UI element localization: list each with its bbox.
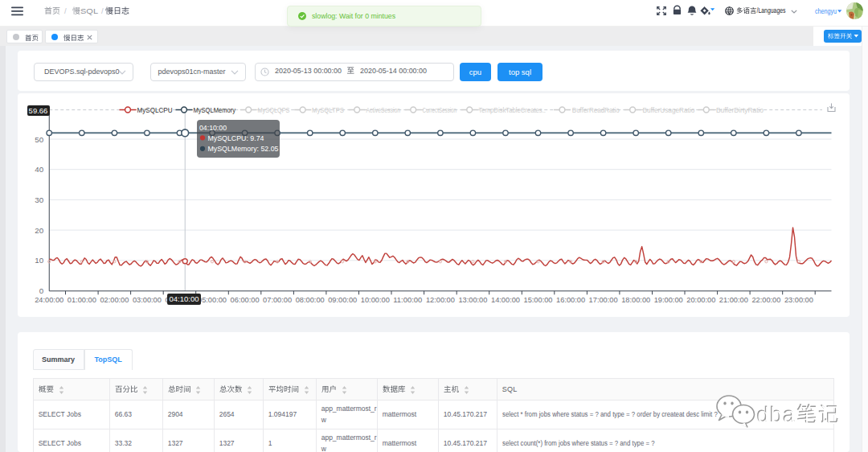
svg-text:MySQLCPU: MySQLCPU — [137, 106, 172, 114]
svg-text:18:00:00: 18:00:00 — [621, 295, 651, 304]
svg-text:12:00:00: 12:00:00 — [425, 295, 455, 304]
svg-text:04:10:00: 04:10:00 — [199, 124, 227, 132]
svg-text:03:00:00: 03:00:00 — [132, 295, 162, 304]
svg-text:10: 10 — [35, 256, 43, 265]
svg-text:40: 40 — [35, 165, 43, 174]
svg-text:MySQLCPU: 9.74: MySQLCPU: 9.74 — [208, 134, 264, 142]
svg-text:TempDiskTableCreates..: TempDiskTableCreates.. — [478, 106, 546, 114]
svg-text:MySQLMemory: MySQLMemory — [193, 106, 235, 114]
svg-text:06:00:00: 06:00:00 — [230, 295, 260, 304]
svg-text:09:00:00: 09:00:00 — [328, 295, 358, 304]
svg-text:/: / — [101, 6, 104, 15]
svg-text:BufferUsageRatio: BufferUsageRatio — [642, 106, 694, 114]
svg-text:slowlog: Wait for 0 mintues: slowlog: Wait for 0 mintues — [312, 11, 395, 20]
svg-text:22:00:00: 22:00:00 — [751, 295, 781, 304]
svg-text:24:00:00: 24:00:00 — [35, 295, 64, 304]
svg-text:/: / — [64, 6, 67, 15]
svg-text:07:00:00: 07:00:00 — [263, 295, 293, 304]
svg-text:02:00:00: 02:00:00 — [100, 295, 129, 304]
svg-text:20:00:00: 20:00:00 — [686, 295, 716, 304]
svg-text:BufferDirtyRatio: BufferDirtyRatio — [716, 106, 764, 114]
svg-text:2020-05-14 00:00:00: 2020-05-14 00:00:00 — [360, 66, 427, 75]
svg-text:15:00:00: 15:00:00 — [523, 295, 553, 304]
svg-text:2020-05-13 00:00:00: 2020-05-13 00:00:00 — [275, 66, 342, 75]
svg-text:23:00:00: 23:00:00 — [784, 295, 813, 304]
svg-text:05:00:00: 05:00:00 — [198, 295, 227, 304]
svg-text:08:00:00: 08:00:00 — [295, 295, 325, 304]
svg-text:20: 20 — [35, 226, 43, 235]
svg-text:SQL: SQL — [80, 6, 99, 15]
svg-text:MySQLMemory: 52.05: MySQLMemory: 52.05 — [208, 145, 279, 153]
svg-text:50: 50 — [35, 135, 43, 144]
svg-text:13:00:00: 13:00:00 — [458, 295, 488, 304]
svg-text:14:00:00: 14:00:00 — [491, 295, 521, 304]
svg-text:21:00:00: 21:00:00 — [719, 295, 748, 304]
svg-text:11:00:00: 11:00:00 — [393, 295, 423, 304]
svg-text:chengyu: chengyu — [815, 6, 837, 15]
svg-text:ActiveSession: ActiveSession — [366, 106, 400, 114]
svg-text:0: 0 — [39, 286, 43, 295]
svg-text:17:00:00: 17:00:00 — [588, 295, 618, 304]
svg-text:MySQLTPS: MySQLTPS — [312, 106, 344, 114]
svg-text:BufferReadRatio: BufferReadRatio — [571, 106, 619, 114]
svg-text:01:00:00: 01:00:00 — [67, 295, 96, 304]
svg-text:CurrectSession: CurrectSession — [422, 106, 457, 114]
svg-text:19:00:00: 19:00:00 — [653, 295, 683, 304]
svg-text:/Languages: /Languages — [756, 6, 785, 14]
svg-text:MySQLQPS: MySQLQPS — [257, 106, 289, 114]
svg-text:30: 30 — [35, 195, 43, 204]
svg-text:10:00:00: 10:00:00 — [360, 295, 390, 304]
svg-text:16:00:00: 16:00:00 — [556, 295, 586, 304]
